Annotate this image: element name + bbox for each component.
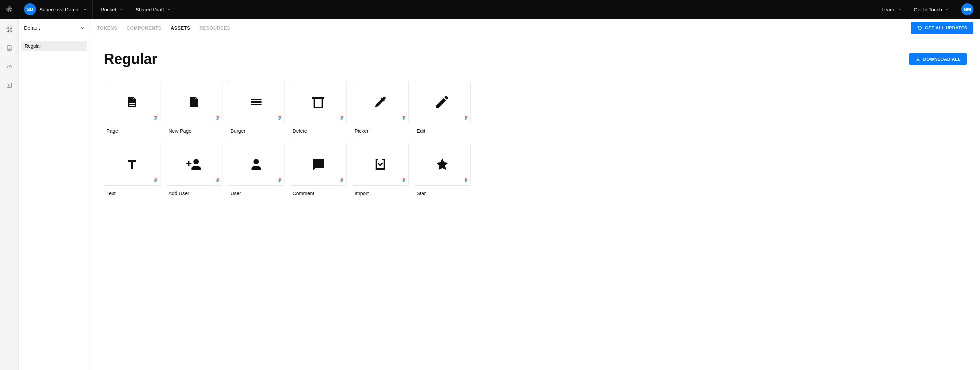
chevron-down-icon [83, 7, 87, 11]
menu-rocket-label: Rocket [101, 7, 116, 12]
workspace-avatar: SD [24, 3, 36, 15]
brand-select[interactable]: Default [19, 19, 90, 37]
get-all-updates-button[interactable]: GET ALL UPDATES [911, 22, 973, 34]
burger-icon [248, 94, 264, 110]
brand-select-label: Default [24, 25, 40, 31]
asset-card-preview[interactable] [104, 81, 161, 123]
figma-source-icon [402, 116, 406, 120]
asset-card-label: Page [104, 128, 161, 134]
asset-card: Add User [166, 143, 223, 196]
asset-card-label: New Page [166, 128, 223, 134]
asset-card-label: User [228, 191, 285, 196]
tab-assets[interactable]: ASSETS [171, 25, 190, 31]
menu-shared-draft[interactable]: Shared Draft [135, 7, 171, 12]
chevron-down-icon [81, 26, 85, 30]
topbar-menu: Rocket Shared Draft [93, 7, 172, 12]
asset-card-preview[interactable] [166, 81, 223, 123]
rail-export-icon[interactable] [6, 82, 13, 89]
asset-card: Page [104, 81, 161, 134]
refresh-icon [917, 25, 922, 31]
download-all-button[interactable]: DOWNLOAD ALL [909, 53, 967, 65]
asset-card: Star [414, 143, 471, 196]
figma-source-icon [340, 178, 344, 183]
new-page-icon [186, 94, 202, 110]
asset-card: New Page [166, 81, 223, 134]
page-title: Regular [104, 51, 157, 67]
tabs: TOKENS COMPONENTS ASSETS RESOURCES [97, 25, 231, 31]
tab-tokens[interactable]: TOKENS [97, 25, 118, 31]
user-avatar[interactable]: NM [961, 3, 973, 15]
page-icon [124, 94, 140, 110]
asset-card-preview[interactable] [414, 143, 471, 186]
chevron-down-icon [945, 7, 949, 11]
tab-resources[interactable]: RESOURCES [199, 25, 230, 31]
asset-card-label: Text [104, 191, 161, 196]
menu-get-in-touch[interactable]: Get In Touch [914, 7, 949, 12]
figma-source-icon [278, 116, 282, 120]
asset-card-preview[interactable] [352, 81, 409, 123]
svg-rect-3 [10, 29, 12, 32]
asset-card-preview[interactable] [228, 81, 285, 123]
workspace-switcher[interactable]: SD Supernova Demo [19, 0, 93, 19]
asset-card-label: Picker [352, 128, 409, 134]
chevron-down-icon [897, 7, 902, 11]
menu-rocket[interactable]: Rocket [101, 7, 124, 12]
menu-get-in-touch-label: Get In Touch [914, 7, 942, 12]
chevron-down-icon [119, 7, 123, 11]
asset-card: User [228, 143, 285, 196]
asset-card: Delete [290, 81, 347, 134]
asset-card-preview[interactable] [290, 143, 347, 186]
asset-card: Import [352, 143, 409, 196]
asset-card-preview[interactable] [290, 81, 347, 123]
asset-grid: PageNew PageBurgerDeletePickerEditTextAd… [104, 81, 967, 196]
asset-card: Comment [290, 143, 347, 196]
rail-design-system-icon[interactable] [6, 26, 13, 33]
main-header: TOKENS COMPONENTS ASSETS RESOURCES GET A… [91, 19, 980, 37]
text-icon [124, 156, 140, 172]
download-all-label: DOWNLOAD ALL [923, 57, 961, 62]
menu-learn-label: Learn [881, 7, 894, 12]
topbar: SD Supernova Demo Rocket Shared Draft Le… [0, 0, 980, 19]
figma-source-icon [216, 178, 220, 183]
asset-card-label: Star [414, 191, 471, 196]
tab-components[interactable]: COMPONENTS [127, 25, 161, 31]
menu-learn[interactable]: Learn [881, 7, 902, 12]
rail-code-icon[interactable] [6, 64, 13, 70]
star-icon [434, 156, 450, 172]
sidebar-item-regular[interactable]: Regular [21, 41, 88, 51]
figma-source-icon [464, 116, 468, 120]
figma-source-icon [402, 178, 406, 183]
asset-card-label: Burger [228, 128, 285, 134]
download-icon [915, 56, 921, 62]
comment-icon [310, 156, 326, 172]
figma-source-icon [154, 116, 158, 120]
asset-card-preview[interactable] [166, 143, 223, 186]
asset-card-label: Import [352, 191, 409, 196]
app-logo[interactable] [0, 0, 19, 19]
asset-card: Burger [228, 81, 285, 134]
picker-icon [372, 94, 388, 110]
svg-rect-1 [10, 27, 12, 29]
figma-source-icon [278, 178, 282, 183]
get-all-updates-label: GET ALL UPDATES [925, 25, 967, 30]
asset-card: Text [104, 143, 161, 196]
import-icon [372, 156, 388, 172]
asset-card: Picker [352, 81, 409, 134]
asset-card-label: Delete [290, 128, 347, 134]
asset-card-preview[interactable] [414, 81, 471, 123]
asset-card-preview[interactable] [228, 143, 285, 186]
asset-card-label: Add User [166, 191, 223, 196]
workspace-name: Supernova Demo [39, 7, 78, 12]
topbar-right: Learn Get In Touch NM [881, 3, 980, 15]
svg-point-2 [7, 30, 9, 32]
edit-icon [434, 94, 450, 110]
user-icon [248, 156, 264, 172]
asset-card-label: Edit [414, 128, 471, 134]
rail-docs-icon[interactable] [6, 44, 13, 51]
figma-source-icon [216, 116, 220, 120]
asset-card-preview[interactable] [352, 143, 409, 186]
add-user-icon [186, 156, 202, 172]
asset-card-preview[interactable] [104, 143, 161, 186]
delete-icon [310, 94, 326, 110]
svg-rect-0 [7, 27, 9, 29]
